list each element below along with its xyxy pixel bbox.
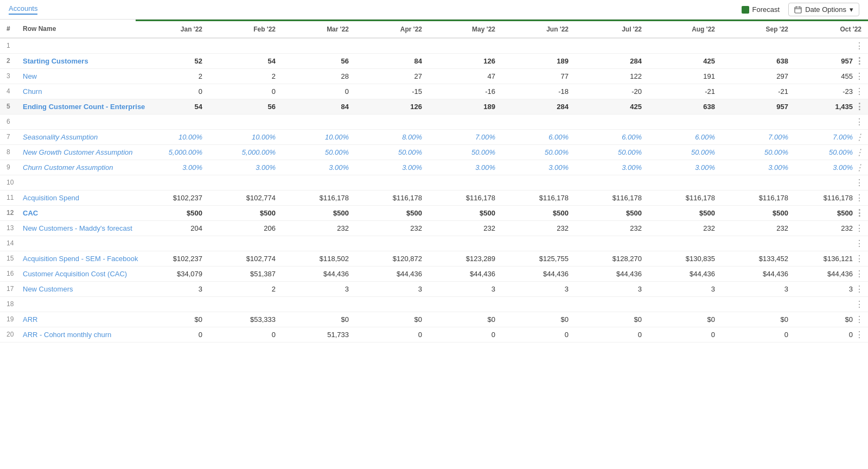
data-cell: $500 [355, 205, 429, 220]
data-cell: $0 [575, 312, 648, 327]
data-cell [136, 114, 209, 129]
row-menu-icon[interactable]: ⋮ [855, 193, 864, 203]
row-name-cell[interactable]: CAC [16, 205, 136, 220]
col-jul: Jul '22 [575, 21, 648, 39]
data-cell: $0 [136, 312, 209, 327]
row-menu-icon[interactable]: ⋮ [855, 329, 864, 340]
data-cell: 0 [355, 327, 429, 342]
row-name-cell[interactable] [16, 114, 136, 129]
data-cell: $44,436 [575, 266, 648, 281]
data-cell: 54 [136, 99, 209, 114]
row-name-cell[interactable] [16, 236, 136, 251]
data-cell [209, 114, 282, 129]
row-number: 5 [0, 99, 16, 114]
data-cell [282, 236, 355, 251]
data-cell: 3.00% [575, 160, 648, 175]
row-menu-icon[interactable]: ⋮ [855, 71, 864, 81]
calendar-icon [794, 6, 802, 14]
data-cell: $0⋮ [795, 312, 868, 327]
row-name-cell[interactable]: New Growth Customer Assumption [16, 144, 136, 160]
data-cell: 126 [429, 53, 502, 68]
row-menu-icon[interactable]: ⋮ [855, 41, 864, 51]
data-cell: 284 [575, 53, 648, 68]
table-row: 12CAC$500$500$500$500$500$500$500$500$50… [0, 205, 868, 220]
data-cell: $44,436 [648, 266, 722, 281]
row-menu-icon[interactable]: ⋮ [855, 86, 864, 97]
data-cell: $116,178 [722, 190, 795, 205]
row-number: 3 [0, 68, 16, 84]
row-menu-icon[interactable]: ⋮ [855, 147, 864, 157]
row-name-cell[interactable] [16, 175, 136, 190]
table-row: 20ARR - Cohort monthly churn0051,7330000… [0, 327, 868, 342]
row-name-cell[interactable]: New Customers [16, 281, 136, 296]
row-name-cell[interactable]: Ending Customer Count - Enterprise [16, 99, 136, 114]
row-menu-icon[interactable]: ⋮ [855, 178, 864, 188]
data-cell: -20 [575, 84, 648, 99]
table-row: 5Ending Customer Count - Enterprise54568… [0, 99, 868, 114]
row-name-cell[interactable]: ARR - Cohort monthly churn [16, 327, 136, 342]
row-menu-icon[interactable]: ⋮ [855, 56, 864, 66]
data-cell: -23⋮ [795, 84, 868, 99]
row-menu-icon[interactable]: ⋮ [855, 299, 864, 309]
row-name-cell[interactable]: New [16, 68, 136, 84]
data-cell: ⋮ [795, 114, 868, 129]
data-cell: 50.00%⋮ [795, 144, 868, 160]
row-name-cell[interactable] [16, 296, 136, 312]
table-row: 16Customer Acquisition Cost (CAC)$34,079… [0, 266, 868, 281]
chevron-down-icon: ▾ [850, 5, 853, 14]
row-menu-icon[interactable]: ⋮ [855, 132, 864, 142]
data-cell: $120,872 [355, 251, 429, 266]
row-number: 6 [0, 114, 16, 129]
data-cell: 3.00% [648, 160, 722, 175]
row-menu-icon[interactable]: ⋮ [855, 269, 864, 279]
row-name-cell[interactable]: Acquisition Spend - SEM - Facebook [16, 251, 136, 266]
data-cell [502, 175, 575, 190]
row-name-cell[interactable]: Seasonality Assumption [16, 129, 136, 144]
data-cell: $500 [502, 205, 575, 220]
table-row: 4Churn000-15-16-18-20-21-21-23⋮ [0, 84, 868, 99]
accounts-link[interactable]: Accounts [9, 4, 37, 15]
row-menu-icon[interactable]: ⋮ [855, 208, 864, 218]
data-cell: 957⋮ [795, 53, 868, 68]
table-container: # Row Name Jan '22 Feb '22 Mar '22 Apr '… [0, 20, 868, 343]
data-cell: -21 [648, 84, 722, 99]
table-body: 1⋮2Starting Customers5254568412618928442… [0, 38, 868, 342]
col-oct: Oct '22 [795, 21, 868, 39]
row-name-cell[interactable]: Churn Customer Assumption [16, 160, 136, 175]
data-cell: 3 [429, 281, 502, 296]
data-cell: 232 [502, 220, 575, 236]
data-cell: 189 [502, 53, 575, 68]
row-menu-icon[interactable]: ⋮ [855, 102, 864, 112]
data-cell: 3.00% [209, 160, 282, 175]
data-cell: 5,000.00% [209, 144, 282, 160]
row-name-cell[interactable]: Acquisition Spend [16, 190, 136, 205]
data-cell [575, 296, 648, 312]
row-name-cell[interactable] [16, 38, 136, 53]
row-number: 1 [0, 38, 16, 53]
row-name-cell[interactable]: Customer Acquisition Cost (CAC) [16, 266, 136, 281]
table-row: 17New Customers3233333333⋮ [0, 281, 868, 296]
row-menu-icon[interactable]: ⋮ [855, 238, 864, 249]
data-cell: 3.00% [722, 160, 795, 175]
row-menu-icon[interactable]: ⋮ [855, 117, 864, 127]
date-options-button[interactable]: Date Options ▾ [788, 3, 859, 16]
data-cell: $44,436 [429, 266, 502, 281]
row-menu-icon[interactable]: ⋮ [855, 284, 864, 294]
data-cell: 6.00% [502, 129, 575, 144]
data-cell: 50.00% [722, 144, 795, 160]
data-cell: 50.00% [282, 144, 355, 160]
row-menu-icon[interactable]: ⋮ [855, 223, 864, 233]
data-cell: $116,178 [355, 190, 429, 205]
data-cell: $123,289 [429, 251, 502, 266]
data-cell [502, 114, 575, 129]
row-name-cell[interactable]: New Customers - Maddy's forecast [16, 220, 136, 236]
row-name-cell[interactable]: Starting Customers [16, 53, 136, 68]
row-name-cell[interactable]: Churn [16, 84, 136, 99]
col-mar: Mar '22 [282, 21, 355, 39]
row-menu-icon[interactable]: ⋮ [855, 314, 864, 325]
data-cell: 3.00% [136, 160, 209, 175]
row-name-cell[interactable]: ARR [16, 312, 136, 327]
row-menu-icon[interactable]: ⋮ [855, 253, 864, 264]
row-menu-icon[interactable]: ⋮ [855, 162, 864, 173]
data-cell: 0⋮ [795, 327, 868, 342]
